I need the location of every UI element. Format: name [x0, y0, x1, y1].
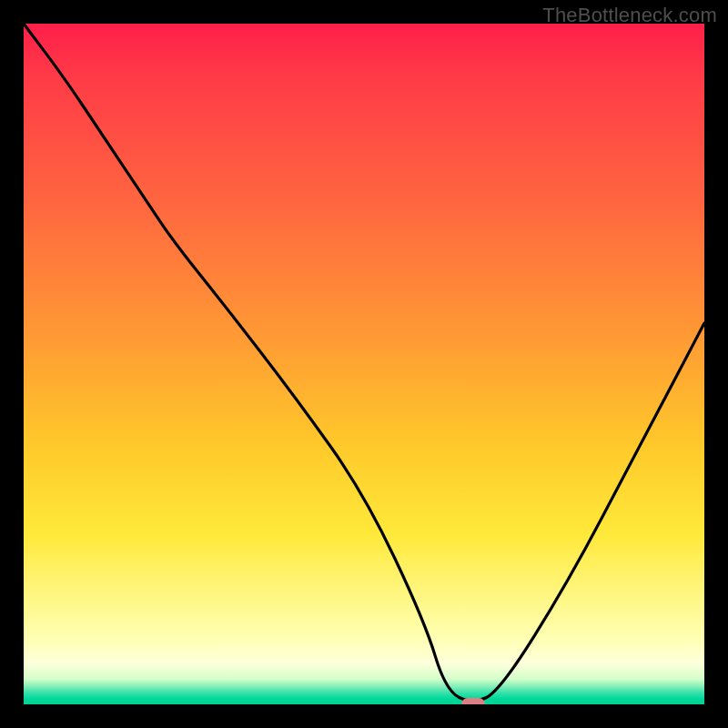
- optimal-point-marker: [461, 698, 485, 704]
- bottleneck-curve: [24, 24, 704, 704]
- chart-frame: TheBottleneck.com: [0, 0, 728, 728]
- plot-area: [24, 24, 704, 704]
